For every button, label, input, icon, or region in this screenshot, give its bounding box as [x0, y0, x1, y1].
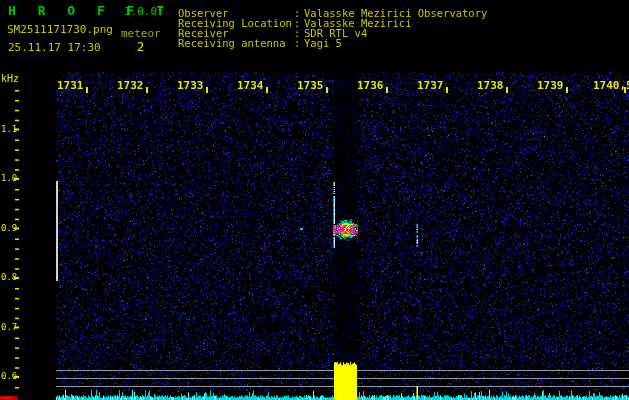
datetime-label: 25.11.17 17:30: [8, 41, 101, 54]
app-version: 1.0.0f: [124, 5, 164, 18]
x-tick-label-1737: 1737: [417, 79, 444, 92]
y-axis-unit-label: kHz: [1, 73, 19, 84]
output-filename: SM2511171730.png: [7, 23, 113, 36]
y-tick-label-0.8: 0.8: [1, 272, 16, 282]
x-tick-label-1732: 1732: [117, 79, 144, 92]
info-value: Yagi 5: [304, 37, 342, 49]
x-tick-label-1731: 1731: [57, 79, 84, 92]
x-tick-label-1733: 1733: [177, 79, 204, 92]
x-tick-label-1735: 1735: [297, 79, 324, 92]
hrofft-window: H R O F F T 1.0.0f SM2511171730.png mete…: [0, 0, 629, 400]
y-tick-label-0.7: 0.7: [1, 322, 16, 332]
mode-label: meteor: [121, 27, 161, 40]
x-tick-label-1740-5: 1740,5: [593, 79, 629, 92]
y-tick-label-0.9: 0.9: [1, 223, 16, 233]
x-tick-label-1734: 1734: [237, 79, 264, 92]
info-label: Receiving antenna: [178, 37, 294, 49]
info-colon: :: [294, 37, 304, 49]
y-tick-label-1.0: 1.0: [1, 173, 16, 183]
info-row-antenna: Receiving antenna:Yagi 5: [178, 37, 342, 49]
x-tick-label-1738: 1738: [477, 79, 504, 92]
x-tick-label-1736: 1736: [357, 79, 384, 92]
spectrogram-canvas: [0, 0, 629, 400]
meteor-count: 2: [137, 40, 144, 54]
x-tick-label-1739: 1739: [537, 79, 564, 92]
y-tick-label-1.1: 1.1: [1, 124, 16, 134]
y-tick-label-0.6: 0.6: [1, 371, 16, 381]
